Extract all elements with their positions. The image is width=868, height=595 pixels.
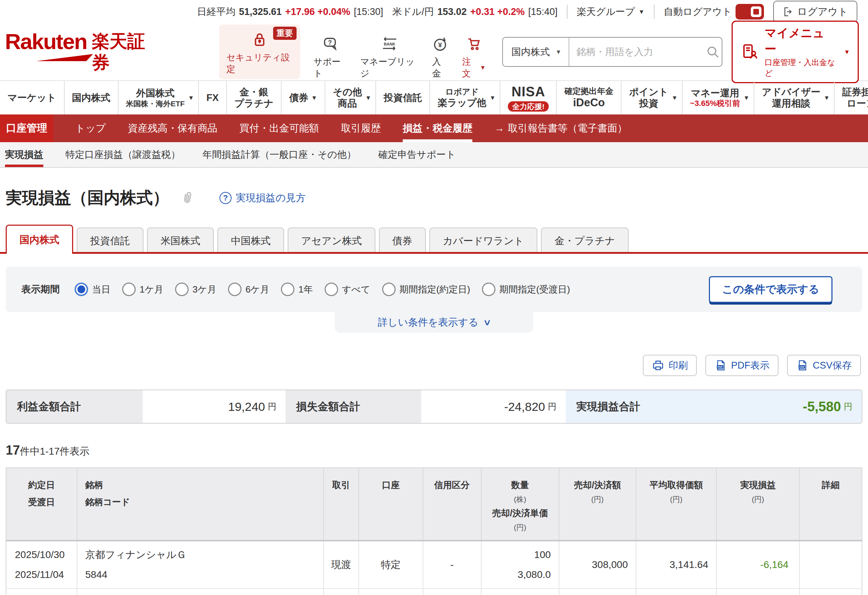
cell-settlement-amount: 308,000 [559,540,636,589]
tab-mutual-funds[interactable]: 投資信託 [77,228,143,254]
loss-total-label: 損失金額合計 [286,390,421,423]
period-option-custom-settle-date[interactable]: 期間指定(受渡日) [482,283,570,296]
auto-logout-toggle[interactable] [735,4,764,19]
period-option-all[interactable]: すべて [325,283,371,296]
nav-item-nisa[interactable]: NISA全力応援! [500,81,556,114]
rakuten-securities-page: 日経平均 51,325.61 +17.96 +0.04% [15:30] 米ドル… [0,0,868,595]
nav-item-robo-advisor[interactable]: ロボアド楽ラップ他▼ [430,81,500,114]
csv-save-button[interactable]: CSV CSV保存 [787,355,861,376]
search-input[interactable] [569,47,706,58]
nav-account-management[interactable]: 口座管理 [0,114,53,142]
security-settings-label: セキュリティ設定 [226,52,293,75]
nav-purchasing-power[interactable]: 買付・出金可能額 [239,114,319,142]
tab-gold-platinum[interactable]: 金・プラチナ [541,228,629,254]
nav-item-foreign-stocks[interactable]: 外国株式米国株・海外ETF▼ [118,81,199,114]
rakuten-securities-logo[interactable]: Rakuten 楽天証券 [5,31,152,73]
subtab-annual-pl[interactable]: 年間損益計算（一般口座・その他） [202,142,356,167]
subtab-specific-account-pl[interactable]: 特定口座損益（譲渡益税） [65,142,180,167]
results-count-text: 件中1-17件表示 [20,445,90,458]
nav-item-bonds[interactable]: 債券▼ [281,81,325,114]
subtab-tax-filing-support[interactable]: 確定申告サポート [378,142,456,167]
table-row[interactable]: 2025/10/302025/11/04 京都フィナンシャルＧ5844 現渡 特… [6,540,862,589]
logout-button[interactable]: ログアウト [773,1,857,23]
pl-help-link[interactable]: ? 実現損益の見方 [220,191,306,205]
tab-us-stocks[interactable]: 米国株式 [147,228,214,254]
nav-item-mutual-funds[interactable]: 投資信託 [375,81,430,114]
cell-margin-type: - [423,589,481,595]
my-menu-button[interactable]: マイメニュー 口座管理・入出金など ▼ [732,21,859,83]
chevron-down-icon: ▼ [555,49,561,55]
detailed-conditions-expander[interactable]: 詳しい条件を表示する ∨ [335,312,533,333]
nav-item-money-management[interactable]: マネー運用~3.65%税引前▼ [682,81,754,114]
nav-item-market[interactable]: マーケット [0,81,64,114]
print-button[interactable]: 印刷 [643,355,697,376]
order-link[interactable]: 注文 ▼ [462,34,486,79]
printer-icon [652,359,664,372]
tab-china-stocks[interactable]: 中国株式 [217,228,284,254]
nav-item-domestic-stocks[interactable]: 国内株式 [64,81,118,114]
period-option-custom-trade-date[interactable]: 期間指定(約定日) [382,283,470,296]
nav-trade-history[interactable]: 取引履歴 [341,114,381,142]
money-bridge-link[interactable]: BANK マネーブリッジ [360,34,419,79]
nav-trade-reports[interactable]: 取引報告書等（電子書面） [495,114,627,142]
period-option-today[interactable]: 当日 [75,283,111,296]
cell-trade-type: 売付 [323,589,359,595]
tab-asean-stocks[interactable]: アセアン株式 [288,228,375,254]
nav-item-fx[interactable]: FX [198,81,226,114]
nav-item-advisor[interactable]: アドバイザー運用相談▼ [754,81,834,114]
chevron-down-icon: ▼ [743,95,749,101]
usdjpy-change: +0.31 +0.2% [470,6,524,18]
question-circle-icon: ? [220,192,232,204]
export-actions: 印刷 PDF PDF表示 CSV CSV保存 [0,355,861,376]
nikkei-quote: 日経平均 51,325.61 +17.96 +0.04% [15:30] [197,5,383,18]
period-option-6months[interactable]: 6ケ月 [228,283,269,296]
svg-text:PDF: PDF [718,366,723,368]
nav-account-top[interactable]: トップ [75,114,106,142]
tab-bonds[interactable]: 債券 [379,228,426,254]
logo-swoosh [36,54,93,61]
tab-domestic-stocks[interactable]: 国内株式 [6,225,73,254]
cell-quantity: 1003,080.0 [481,540,559,589]
search-icon[interactable] [706,45,727,59]
subtab-realized-pl[interactable]: 実現損益 [5,142,43,167]
rakuten-group-menu[interactable]: 楽天グループ ▼ [577,5,645,18]
svg-text:CSV: CSV [799,366,805,368]
auto-logout-label: 自動ログアウト [664,5,732,18]
chevron-down-icon: ▼ [311,95,317,101]
usdjpy-label: 米ドル/円 [393,5,434,18]
apply-filter-button[interactable]: この条件で表示する [709,276,833,303]
pdf-file-icon: PDF [714,359,727,372]
my-menu-icon [741,43,759,61]
usdjpy-value: 153.02 [438,6,467,18]
period-option-1month[interactable]: 1ケ月 [122,283,163,296]
logo-text-en: Rakuten [5,31,87,53]
col-settlement-amount: 売却/決済額(円) [559,468,636,540]
svg-text:¥: ¥ [438,41,442,49]
deposit-link[interactable]: ¥ 入金 [432,34,449,79]
important-badge: 重要 [273,27,297,40]
nav-item-point-investing[interactable]: ポイント投資▼ [621,81,682,114]
chevron-down-icon: ∨ [483,317,492,327]
svg-text:BANK: BANK [384,42,395,46]
search-category-select[interactable]: 国内株式 ▼ [503,38,569,66]
nikkei-time: [15:30] [354,6,383,18]
nav-profit-loss-tax-history[interactable]: 損益・税金履歴 [403,114,472,142]
support-link[interactable]: ? サポート [314,34,347,79]
nav-asset-balance[interactable]: 資産残高・保有商品 [128,114,217,142]
tab-covered-warrants[interactable]: カバードワラント [430,228,538,254]
top-info-bar: 日経平均 51,325.61 +17.96 +0.04% [15:30] 米ドル… [0,0,868,24]
cell-avg-acquisition-price: 3,141.64 [636,589,717,595]
symbol-search-box: 国内株式 ▼ [502,37,722,67]
nav-item-ideco[interactable]: 確定拠出年金iDeCo [556,81,621,114]
nav-item-other-products[interactable]: その他商品▼ [325,81,375,114]
period-option-1year[interactable]: 1年 [281,283,313,296]
table-row[interactable]: 2025/10/302025/11/04 京都フィナンシャルＧ5844 売付 特… [6,589,862,595]
nav-item-securities-loan[interactable]: 証券担保ローン [834,81,868,114]
pdf-view-button[interactable]: PDF PDF表示 [705,355,778,376]
col-trade-type: 取引 [323,468,359,540]
security-settings-link[interactable]: 重要 セキュリティ設定 [219,25,300,79]
paperclip-icon[interactable] [179,189,196,207]
nav-item-gold-platinum[interactable]: 金・銀プラチナ [226,81,281,114]
period-option-3months[interactable]: 3ケ月 [175,283,216,296]
cell-trade-type: 現渡 [323,540,359,589]
